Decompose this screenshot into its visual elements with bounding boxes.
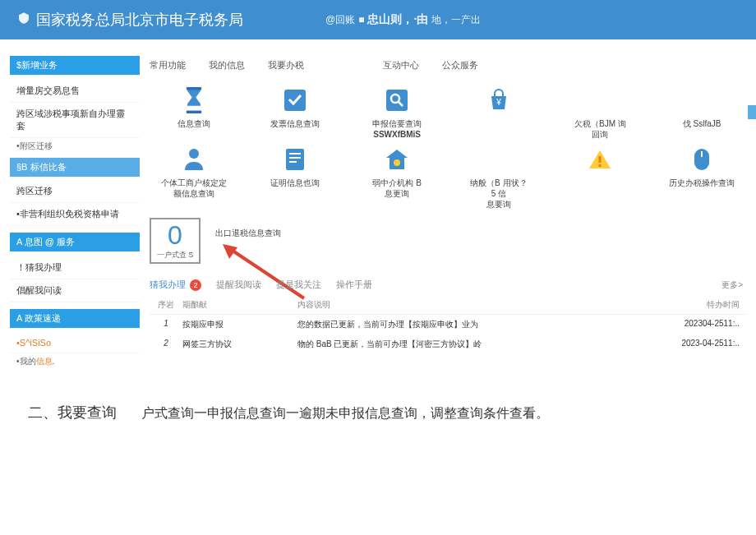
sidebar-item[interactable]: 跨区域涉税事项新自办理靈套: [10, 103, 140, 138]
tab-interact[interactable]: 互动中心: [383, 59, 419, 71]
sidebar-item[interactable]: 倡醒我问读: [10, 279, 140, 302]
site-title: 国家税务总局北京市电子税务局: [16, 10, 243, 30]
svg-rect-8: [289, 153, 301, 155]
square-icon: ■: [358, 14, 364, 25]
tab-common[interactable]: 常用功能: [150, 59, 186, 71]
todo-table: 序岩 期酿献 内容说明 特办时间 1 按期应申报 您的数据已更新，当前可办理【按…: [150, 296, 746, 354]
hourglass-icon: [179, 85, 209, 115]
tab-myinfo[interactable]: 我的信息: [209, 59, 245, 71]
one-stop-query-box[interactable]: 0 一户式查 S: [150, 218, 201, 264]
table-row[interactable]: 1 按期应申报 您的数据已更新，当前可办理【按期应申收】业为 202304-25…: [150, 315, 746, 334]
top-tabs: 常用功能 我的信息 我要办税 互动中心 公众服务: [150, 56, 746, 74]
fn-history[interactable]: 历史办税操作查询: [657, 145, 746, 210]
subtab-manual[interactable]: 操作手册: [336, 279, 372, 291]
fn-bag[interactable]: ¥: [454, 85, 543, 140]
sidebar-item[interactable]: •我的信息.: [10, 353, 140, 370]
fn-taxpayer-status[interactable]: 纳般（B 用状？ 5 信 息要询: [454, 145, 543, 210]
svg-rect-15: [701, 151, 703, 157]
reminder-tabs: 猜我办理 2 提醒我阅读 提是我关注 操作手册 更多>: [150, 279, 746, 291]
fn-warning[interactable]: [556, 145, 645, 210]
online-help-tag[interactable]: 8 在线帮位: [748, 105, 756, 119]
sidebar-section-policy: A 政策速递: [10, 309, 140, 328]
sidebar-item[interactable]: ！猜我办理: [10, 256, 140, 279]
instruction-text: 二、我要查询 户式查询一申报信息查询一逾期未申报信息查询，调整查询条件查看。: [28, 403, 756, 422]
svg-rect-13: [599, 164, 602, 167]
svg-rect-9: [289, 157, 301, 159]
mouse-icon: [687, 145, 717, 174]
sidebar-item[interactable]: •附区迁移: [10, 138, 140, 155]
count-zero: 0: [168, 222, 182, 248]
svg-rect-1: [187, 111, 201, 113]
sidebar-section-sb: §B 标信比备: [10, 158, 140, 177]
header-subtitle: @回账 ■ 忠山则，·由 地，一产出: [325, 12, 481, 27]
svg-rect-0: [187, 87, 201, 90]
app-header: 国家税务总局北京市电子税务局 @回账 ■ 忠山则，·由 地，一产出: [0, 0, 756, 39]
sidebar-item-orange[interactable]: •S^iSiSo: [10, 333, 140, 353]
fn-ssifajb[interactable]: 伐 SslfaJB: [657, 85, 746, 140]
warning-icon: [585, 145, 615, 174]
document-icon: [280, 145, 310, 174]
fn-invoice-query[interactable]: 发票信息查询: [251, 85, 340, 140]
svg-point-11: [394, 159, 400, 166]
subtab-todo[interactable]: 猜我办理 2: [150, 279, 201, 291]
fn-export-refund[interactable]: 出口退税信息查询: [214, 228, 283, 238]
sidebar-section-new: $新增业务: [10, 56, 140, 75]
content-area: 8 在线帮位 常用功能 我的信息 我要办税 互动中心 公众服务 信息查询 发票信…: [140, 39, 756, 370]
fn-cert-query[interactable]: 证明信息也询: [251, 145, 340, 210]
fn-declare-query[interactable]: 申报信要查询SSWXfBMiS: [353, 85, 441, 140]
square-check-icon: [280, 85, 310, 115]
search-icon: [382, 85, 412, 115]
sidebar: $新增业务 增量房交易息售 跨区域涉税事项新自办理靈套 •附区迁移 §B 标信比…: [0, 39, 140, 370]
table-row[interactable]: 2 网签三方协议 物的 BaB 已更新，当前可办理【河密三方协议】岭 2023-…: [150, 334, 746, 354]
instruction-heading: 二、我要查询: [28, 403, 117, 422]
badge-count: 2: [190, 279, 201, 291]
tab-tax[interactable]: 我要办税: [268, 59, 304, 71]
function-grid: 信息查询 发票信息查询 申报信要查询SSWXfBMiS ¥ 欠税（BJM 询 回…: [150, 85, 746, 210]
svg-rect-3: [386, 90, 408, 111]
logo-icon: [16, 11, 31, 30]
sidebar-section-pending: A 息图 @ 服务: [10, 233, 140, 251]
table-header-row: 序岩 期酿献 内容说明 特办时间: [150, 296, 746, 315]
sidebar-item[interactable]: 增量房交易息售: [10, 80, 140, 103]
more-link[interactable]: 更多>: [721, 279, 743, 291]
svg-rect-12: [599, 156, 602, 163]
fn-individual-query[interactable]: 个体工商户核定定额信息查询: [150, 145, 238, 210]
sidebar-item[interactable]: 跨区迁移: [10, 180, 140, 203]
sidebar-item[interactable]: •非营利组织免税资格申请: [10, 203, 140, 226]
svg-text:¥: ¥: [496, 98, 501, 107]
tab-public[interactable]: 公众服务: [442, 59, 478, 71]
site-title-text: 国家税务总局北京市电子税务局: [36, 10, 243, 30]
subtab-read[interactable]: 提醒我阅读: [216, 279, 261, 291]
svg-point-6: [189, 149, 199, 159]
fn-info-query[interactable]: 信息查询: [150, 85, 238, 140]
person-icon: [179, 145, 209, 174]
fn-agency-query[interactable]: 弱中介机构 B 息更询: [353, 145, 441, 210]
fn-arrears[interactable]: 欠税（BJM 询 回询: [556, 85, 645, 140]
svg-rect-10: [289, 161, 297, 163]
svg-rect-7: [286, 149, 304, 170]
subtab-follow[interactable]: 提是我关注: [276, 279, 321, 291]
instruction-body: 户式查询一申报信息查询一逾期未申报信息查询，调整查询条件查看。: [141, 405, 549, 422]
house-icon: [382, 145, 412, 174]
bag-icon: ¥: [484, 85, 514, 115]
